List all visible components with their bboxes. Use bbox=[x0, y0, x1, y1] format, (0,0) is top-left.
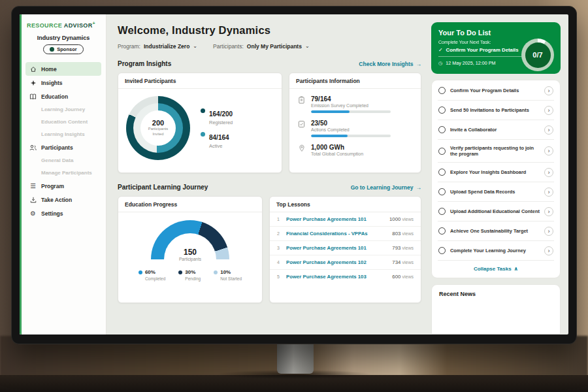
lesson-link[interactable]: Power Purchase Agreements 103 bbox=[286, 274, 387, 280]
program-select-value: Industrialize Zero bbox=[144, 43, 189, 50]
chevron-up-icon: ∧ bbox=[514, 266, 519, 272]
lesson-views: 803 views bbox=[392, 231, 414, 237]
lesson-row[interactable]: 1 Power Purchase Agreements 101 1000 vie… bbox=[270, 212, 421, 227]
lesson-views: 600 views bbox=[392, 274, 414, 280]
chevron-right-icon[interactable]: › bbox=[544, 86, 553, 95]
sidebar-item-general-data[interactable]: General Data bbox=[25, 154, 101, 167]
task-row[interactable]: Achieve One Sustainability Target › bbox=[438, 221, 554, 241]
participants-select[interactable]: Participants: Only My Participants ⌄ bbox=[213, 43, 310, 50]
task-checkbox[interactable] bbox=[438, 188, 446, 195]
todo-next-task[interactable]: ✓ Confirm Your Program Details bbox=[438, 47, 525, 57]
stat-emission-survey: 79/164 Emission Survey Completed bbox=[297, 95, 413, 113]
chevron-right-icon[interactable]: › bbox=[544, 246, 553, 255]
lesson-views: 1000 views bbox=[389, 216, 414, 222]
participants-information-card: Participants Information 79/164 Emission… bbox=[289, 73, 421, 173]
check-more-insights-link[interactable]: Check More Insights → bbox=[359, 61, 421, 67]
sidebar-item-participants[interactable]: Participants bbox=[25, 140, 101, 154]
task-checkbox[interactable] bbox=[438, 208, 446, 215]
task-label: Invite a Collaborator bbox=[450, 127, 540, 133]
sidebar-item-program[interactable]: ☰ Program bbox=[25, 179, 101, 193]
legend-item-active: 84/164 Active bbox=[201, 131, 233, 149]
todo-progress-ring: 0/7 bbox=[521, 39, 554, 71]
collapse-tasks-button[interactable]: Collapse Tasks ∧ bbox=[438, 261, 554, 278]
logo-text-secondary: ADVISOR bbox=[64, 22, 93, 29]
task-checkbox[interactable] bbox=[438, 106, 446, 114]
lesson-link[interactable]: Financial Considerations - VPPAs bbox=[286, 231, 387, 237]
sidebar-item-label: Take Action bbox=[41, 197, 72, 203]
task-row[interactable]: Confirm Your Program Details › bbox=[438, 81, 554, 101]
chevron-right-icon[interactable]: › bbox=[544, 207, 553, 216]
views-count: 734 bbox=[392, 259, 400, 265]
task-row[interactable]: Verify participants requesting to join t… bbox=[438, 140, 554, 163]
sidebar-item-learning-journey[interactable]: Learning Journey bbox=[25, 103, 101, 116]
education-gauge-chart: 150 Participants bbox=[151, 220, 229, 259]
sidebar-item-insights[interactable]: Insights bbox=[25, 76, 101, 90]
logo-plus: + bbox=[93, 21, 96, 25]
sidebar-item-education-content[interactable]: Education Content bbox=[25, 116, 101, 128]
app-logo: RESOURCE ADVISOR+ bbox=[25, 21, 101, 29]
arrow-right-icon: → bbox=[416, 61, 422, 67]
sidebar-item-settings[interactable]: ⚙ Settings bbox=[25, 206, 101, 220]
progress-bar-fill bbox=[311, 110, 350, 113]
lesson-link[interactable]: Power Purchase Agreements 102 bbox=[286, 259, 387, 265]
chevron-right-icon[interactable]: › bbox=[544, 168, 553, 177]
invited-donut-center: 200 Participants Invited bbox=[140, 110, 176, 146]
lesson-row[interactable]: 2 Financial Considerations - VPPAs 803 v… bbox=[270, 227, 421, 241]
legend-item-pending: 30% Pending bbox=[178, 269, 201, 281]
task-checkbox[interactable] bbox=[438, 126, 446, 133]
top-lessons-card: Top Lessons 1 Power Purchase Agreements … bbox=[269, 196, 421, 303]
dashboard-screen: RESOURCE ADVISOR+ Industry Dynamics Spon… bbox=[20, 14, 568, 335]
sidebar-nav: Home Insights Education Learning Journey… bbox=[25, 62, 101, 220]
task-label: Explore Your Insights Dashboard bbox=[450, 169, 540, 176]
lesson-link[interactable]: Power Purchase Agreements 101 bbox=[286, 245, 387, 251]
link-label: Check More Insights bbox=[359, 61, 413, 67]
chevron-right-icon[interactable]: › bbox=[544, 227, 553, 236]
task-row[interactable]: Complete Your Learning Journey › bbox=[438, 241, 554, 261]
completed-label: Completed bbox=[145, 276, 165, 281]
sidebar-item-take-action[interactable]: Take Action bbox=[25, 193, 101, 206]
location-pin-icon bbox=[297, 144, 306, 159]
chevron-right-icon[interactable]: › bbox=[544, 125, 553, 135]
task-label: Verify participants requesting to join t… bbox=[450, 145, 540, 157]
people-icon bbox=[29, 144, 37, 151]
sidebar-item-manage-participants[interactable]: Manage Participants bbox=[25, 167, 101, 179]
sidebar-subitem-label: Learning Journey bbox=[41, 106, 85, 112]
views-count: 600 bbox=[392, 274, 400, 280]
chevron-right-icon[interactable]: › bbox=[544, 188, 553, 197]
sponsor-badge[interactable]: Sponsor bbox=[43, 44, 83, 54]
lesson-row[interactable]: 4 Power Purchase Agreements 102 734 view… bbox=[270, 255, 421, 270]
task-row[interactable]: Send 50 Invitations to Participants › bbox=[438, 101, 554, 120]
active-dot-icon bbox=[201, 132, 205, 137]
task-row[interactable]: Explore Your Insights Dashboard › bbox=[438, 163, 554, 182]
lesson-row[interactable]: 3 Power Purchase Agreements 101 793 view… bbox=[270, 241, 421, 255]
sidebar-item-label: Home bbox=[41, 66, 57, 73]
recent-news-title: Recent News bbox=[439, 291, 553, 297]
go-to-learning-journey-link[interactable]: Go to Learning Journey → bbox=[351, 184, 421, 191]
not-started-pct: 10% bbox=[220, 269, 231, 275]
task-checkbox[interactable] bbox=[438, 169, 446, 176]
sidebar-item-learning-insights[interactable]: Learning Insights bbox=[25, 128, 101, 140]
task-row[interactable]: Upload Spend Data Records › bbox=[438, 182, 554, 202]
task-checkbox[interactable] bbox=[438, 87, 446, 94]
invited-participants-card: Invited Participants 200 Participants In… bbox=[118, 73, 282, 173]
task-checkbox[interactable] bbox=[438, 247, 446, 254]
learning-journey-header: Participant Learning Journey Go to Learn… bbox=[118, 184, 421, 191]
sidebar-item-home[interactable]: Home bbox=[25, 62, 101, 76]
clock-icon: ◷ bbox=[438, 60, 442, 66]
task-row[interactable]: Upload Additional Educational Content › bbox=[438, 202, 554, 221]
clipboard-icon bbox=[297, 95, 306, 113]
todo-next-task-label: Confirm Your Program Details bbox=[446, 47, 519, 53]
participants-select-value: Only My Participants bbox=[247, 43, 302, 50]
sidebar-item-education[interactable]: Education bbox=[25, 90, 101, 103]
program-select[interactable]: Program: Industrialize Zero ⌄ bbox=[118, 43, 197, 50]
lesson-rank: 3 bbox=[277, 246, 281, 250]
chevron-right-icon[interactable]: › bbox=[544, 146, 553, 155]
task-checkbox[interactable] bbox=[438, 148, 446, 155]
task-row[interactable]: Invite a Collaborator › bbox=[438, 120, 554, 140]
chevron-right-icon[interactable]: › bbox=[544, 106, 553, 115]
lesson-link[interactable]: Power Purchase Agreements 101 bbox=[286, 216, 384, 222]
task-checkbox[interactable] bbox=[438, 227, 446, 235]
checklist-icon bbox=[297, 120, 306, 137]
lesson-row[interactable]: 5 Power Purchase Agreements 103 600 view… bbox=[270, 270, 421, 284]
monitor-stand bbox=[277, 342, 314, 374]
